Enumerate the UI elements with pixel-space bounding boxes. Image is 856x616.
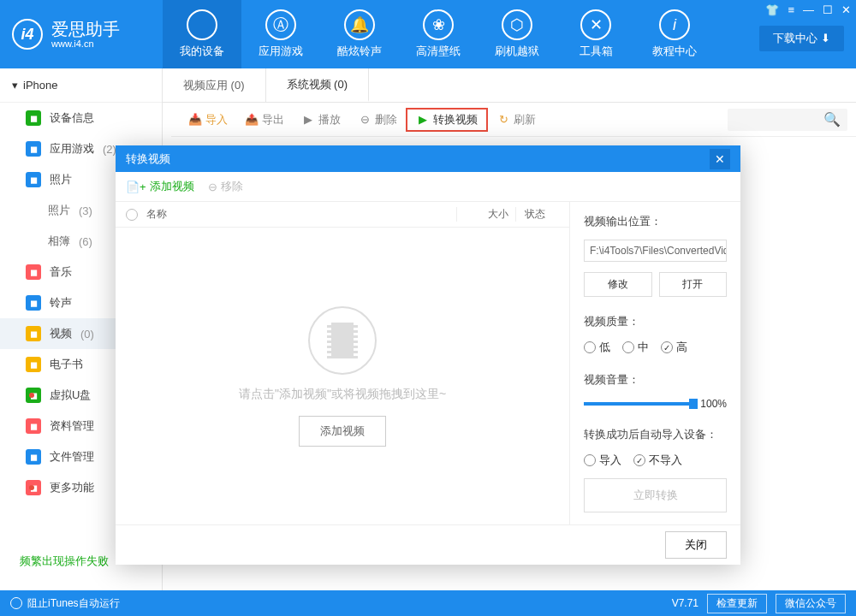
volume-label: 视频音量： (584, 372, 727, 388)
tab-video-apps[interactable]: 视频应用 (0) (163, 68, 266, 102)
start-convert-button[interactable]: 立即转换 (584, 478, 727, 512)
sidebar-item-count: (2) (103, 143, 116, 156)
sidebar-item-icon: ◼ (26, 264, 41, 280)
sidebar-item-icon: ◼ (26, 110, 41, 126)
play-icon: ▶ (301, 113, 315, 127)
notification-dot (29, 393, 34, 398)
remove-icon: ⊖ (208, 181, 217, 193)
autoimport-label: 转换成功后自动导入设备： (584, 427, 727, 442)
dialog-titlebar: 转换视频 ✕ (116, 145, 740, 172)
nav-ringtones[interactable]: 🔔酷炫铃声 (320, 0, 399, 68)
sidebar-item-label: 设备信息 (50, 110, 94, 126)
open-path-button[interactable]: 打开 (659, 272, 728, 297)
shirt-icon[interactable]: 👕 (765, 3, 779, 16)
quality-low-radio[interactable]: 低 (584, 340, 610, 355)
volume-slider[interactable] (584, 402, 693, 406)
logo-area: i4 爱思助手 www.i4.cn (0, 19, 163, 50)
volume-value: 100% (700, 398, 727, 410)
sidebar-item-label: 照片 (50, 172, 72, 187)
main-nav: 我的设备 Ⓐ应用游戏 🔔酷炫铃声 ❀高清壁纸 ⬡刷机越狱 ✕工具箱 i教程中心 (163, 0, 714, 68)
maximize-icon[interactable]: ☐ (823, 3, 833, 16)
sidebar-item-icon: ◼ (26, 141, 41, 157)
itunes-block-toggle[interactable] (10, 597, 22, 609)
sidebar-item-label: 相簿 (48, 234, 70, 249)
sidebar-item-icon: ◼ (26, 357, 41, 372)
version-label: V7.71 (672, 597, 698, 609)
nav-wallpapers[interactable]: ❀高清壁纸 (399, 0, 478, 68)
nav-apps[interactable]: Ⓐ应用游戏 (241, 0, 320, 68)
autoimport-yes-radio[interactable]: 导入 (584, 453, 621, 468)
wechat-button[interactable]: 微信公众号 (776, 594, 846, 613)
add-video-center-button[interactable]: 添加视频 (299, 416, 386, 447)
sidebar-item-icon: ◼ (26, 326, 41, 341)
convert-video-dialog: 转换视频 ✕ 📄+添加视频 ⊖移除 名称 大小 状态 请点击"添加视频"或将视频… (116, 145, 740, 565)
sidebar-item-icon: ◼ (26, 418, 41, 434)
window-controls: 👕 ≡ — ☐ ✕ (765, 3, 851, 16)
sidebar-item-label: 视频 (50, 326, 72, 341)
dialog-toolbar: 📄+添加视频 ⊖移除 (116, 172, 740, 202)
col-name: 名称 (146, 207, 456, 222)
app-logo-icon: i4 (12, 19, 43, 50)
nav-tutorials[interactable]: i教程中心 (635, 0, 714, 68)
sidebar-item-count: (6) (79, 235, 92, 248)
dialog-title: 转换视频 (126, 151, 170, 167)
content-tabs: 视频应用 (0) 系统视频 (0) (163, 68, 856, 103)
delete-button[interactable]: ⊖删除 (349, 109, 406, 131)
refresh-button[interactable]: ↻刷新 (488, 109, 544, 131)
quality-high-radio[interactable]: 高 (661, 340, 687, 355)
menu-icon[interactable]: ≡ (788, 3, 794, 16)
minimize-icon[interactable]: — (803, 3, 814, 16)
sidebar-item-label: 音乐 (50, 264, 72, 280)
sidebar-item-label: 电子书 (50, 357, 83, 372)
close-window-icon[interactable]: ✕ (841, 3, 851, 16)
sidebar-item-count: (3) (79, 204, 92, 217)
export-button[interactable]: 📤导出 (236, 109, 293, 131)
autoimport-no-radio[interactable]: 不导入 (633, 453, 682, 468)
export-icon: 📤 (245, 113, 259, 127)
modify-path-button[interactable]: 修改 (584, 272, 652, 297)
list-header: 名称 大小 状态 (116, 202, 569, 228)
notification-dot (29, 485, 34, 490)
quality-mid-radio[interactable]: 中 (622, 340, 649, 355)
tab-system-videos[interactable]: 系统视频 (0) (266, 68, 370, 102)
search-input[interactable]: 🔍 (728, 109, 847, 131)
download-center-button[interactable]: 下载中心 ⬇ (759, 26, 844, 51)
output-path-field[interactable]: F:\i4Tools7\Files\ConvertedVid (584, 240, 727, 262)
sidebar-item-label: 文件管理 (50, 449, 94, 465)
status-bar: 阻止iTunes自动运行 V7.71 检查更新 微信公众号 (0, 590, 856, 616)
nav-jailbreak[interactable]: ⬡刷机越狱 (478, 0, 556, 68)
col-status: 状态 (516, 207, 559, 222)
drop-zone[interactable]: 请点击"添加视频"或将视频拖拽到这里~ 添加视频 (116, 228, 569, 524)
import-icon: 📥 (188, 113, 202, 127)
play-button[interactable]: ▶播放 (293, 109, 349, 131)
sidebar-item-label: 更多功能 (50, 480, 94, 495)
search-icon: 🔍 (823, 111, 841, 127)
nav-toolbox[interactable]: ✕工具箱 (556, 0, 635, 68)
col-size: 大小 (456, 207, 516, 222)
sidebar-item[interactable]: ◼设备信息 (0, 103, 162, 133)
convert-icon: ▶ (416, 113, 430, 127)
import-button[interactable]: 📥导入 (180, 109, 236, 131)
check-update-button[interactable]: 检查更新 (707, 594, 767, 613)
app-url: www.i4.cn (51, 38, 120, 49)
nav-my-device[interactable]: 我的设备 (163, 0, 241, 68)
sidebar-item-label: 应用游戏 (50, 141, 94, 157)
sidebar-item-icon: ◼ (26, 172, 41, 187)
film-icon (308, 306, 377, 375)
app-name: 爱思助手 (51, 20, 120, 38)
output-label: 视频输出位置： (584, 214, 727, 229)
remove-video-button[interactable]: ⊖移除 (208, 179, 243, 194)
select-all-checkbox[interactable] (126, 209, 138, 221)
dialog-close-footer-button[interactable]: 关闭 (665, 531, 727, 559)
refresh-icon: ↻ (496, 113, 510, 127)
convert-video-button[interactable]: ▶转换视频 (406, 108, 488, 132)
sidebar-item-count: (0) (80, 328, 94, 341)
drop-hint: 请点击"添加视频"或将视频拖拽到这里~ (239, 387, 446, 402)
add-video-button[interactable]: 📄+添加视频 (126, 179, 194, 194)
delete-icon: ⊖ (358, 113, 372, 127)
device-header[interactable]: ▾ iPhone (0, 68, 162, 103)
add-icon: 📄+ (126, 181, 146, 193)
dialog-close-button[interactable]: ✕ (710, 149, 730, 169)
app-header: i4 爱思助手 www.i4.cn 我的设备 Ⓐ应用游戏 🔔酷炫铃声 ❀高清壁纸… (0, 0, 856, 68)
sidebar-item-label: 照片 (48, 203, 70, 218)
